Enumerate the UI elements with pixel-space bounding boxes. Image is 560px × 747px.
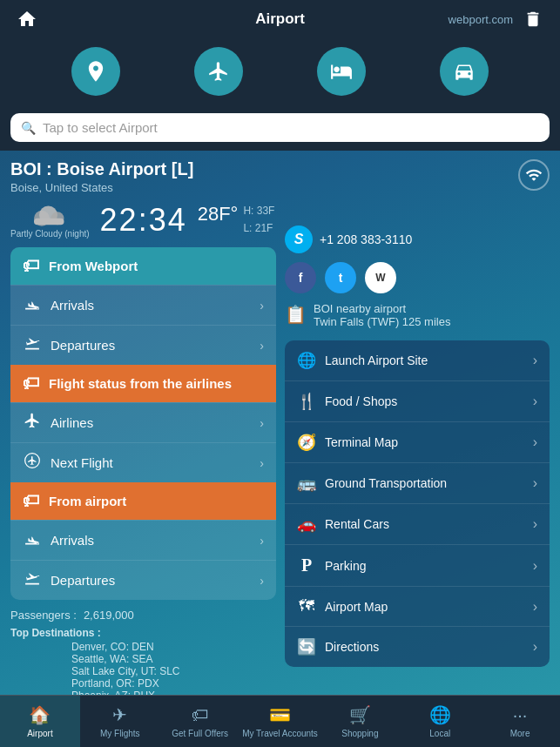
from-webport-departures[interactable]: Departures › — [10, 325, 276, 365]
airport-name: BOI : Boise Airport [L] — [10, 159, 276, 179]
chevron-icon: › — [260, 299, 264, 313]
offers-tab-icon: 🏷 — [192, 705, 209, 725]
food-shops[interactable]: 🍴 Food / Shops › — [285, 381, 550, 422]
nav-icons — [0, 38, 560, 106]
header-title: Airport — [255, 10, 305, 28]
next-flight-icon — [23, 452, 42, 474]
chevron-icon: › — [533, 639, 537, 655]
temp-hl: H: 33F L: 21F — [243, 203, 274, 236]
chevron-icon: › — [533, 599, 537, 615]
twitter-icon[interactable]: t — [325, 262, 356, 293]
from-airport-header[interactable]: 🏷 From airport — [10, 482, 276, 520]
home-icon[interactable] — [14, 6, 40, 32]
left-panel: BOI : Boise Airport [L] Boise, United St… — [10, 159, 276, 683]
terminal-map[interactable]: 🧭 Terminal Map › — [285, 422, 550, 463]
trash-icon[interactable] — [520, 6, 546, 32]
weather-label: Partly Cloudy (night) — [10, 229, 90, 239]
tab-more[interactable]: ··· More — [480, 696, 560, 747]
local-tab-icon: 🌐 — [429, 704, 451, 725]
chevron-icon: › — [533, 434, 537, 450]
nearby-row: 📋 BOI nearby airport Twin Falls (TWF) 12… — [285, 302, 550, 328]
food-icon: 🍴 — [297, 392, 316, 411]
nav-airport-icon[interactable] — [71, 47, 120, 96]
chevron-icon: › — [533, 394, 537, 409]
nav-transport-icon[interactable] — [440, 47, 489, 96]
from-webport-arrivals[interactable]: Arrivals › — [10, 285, 276, 325]
airlines-item[interactable]: Airlines › — [10, 402, 276, 442]
nav-flight-icon[interactable] — [194, 47, 243, 96]
bus-icon: 🚌 — [297, 474, 316, 493]
main-content: BOI : Boise Airport [L] Boise, United St… — [0, 151, 560, 692]
header: Airport webport.com — [0, 0, 560, 38]
facebook-icon[interactable]: f — [285, 262, 316, 293]
shopping-tab-icon: 🛒 — [349, 704, 371, 725]
airport-tab-icon: 🏠 — [29, 704, 51, 725]
from-airport-arrivals[interactable]: Arrivals › — [10, 520, 276, 560]
chevron-icon: › — [260, 339, 264, 353]
tab-shopping[interactable]: 🛒 Shopping — [320, 696, 400, 747]
departures2-icon — [23, 569, 42, 591]
rental-cars[interactable]: 🚗 Rental Cars › — [285, 504, 550, 545]
nearby-icon: 📋 — [285, 304, 307, 325]
from-webport-menu: 🏷 From Webport Arrivals › Departures — [10, 247, 276, 600]
search-icon: 🔍 — [21, 121, 36, 135]
search-input-wrapper[interactable]: 🔍 Tap to select Airport — [10, 113, 550, 142]
phone-row: S +1 208 383-3110 — [285, 225, 550, 253]
airport-location: Boise, United States — [10, 181, 276, 194]
time-display: 22:34 — [100, 202, 187, 239]
chevron-icon: › — [260, 456, 264, 470]
directions[interactable]: 🔄 Directions › — [285, 627, 550, 667]
globe-icon: 🌐 — [297, 351, 316, 370]
directions-icon: 🔄 — [297, 637, 316, 656]
svg-rect-3 — [34, 219, 64, 225]
weather-icon: Partly Cloudy (night) — [10, 201, 90, 239]
flights-tab-icon: ✈ — [112, 704, 127, 725]
map-icon: 🗺 — [297, 597, 316, 616]
arrivals2-icon — [23, 529, 42, 551]
wikipedia-icon[interactable]: W — [365, 262, 396, 293]
arrivals-icon — [23, 294, 42, 316]
airlines-icon — [23, 412, 42, 434]
flight-status-header[interactable]: 🏷 Flight status from the airlines — [10, 365, 276, 402]
tab-my-flights[interactable]: ✈ My Flights — [80, 696, 160, 747]
tab-local[interactable]: 🌐 Local — [400, 696, 480, 747]
nav-hotel-icon[interactable] — [317, 47, 366, 96]
social-row: f t W — [285, 262, 550, 293]
chevron-icon: › — [533, 558, 537, 574]
wifi-row — [285, 159, 550, 191]
temp-display: 28F° H: 33F L: 21F — [198, 203, 275, 236]
destination-item: Portland, OR: PDX — [10, 677, 276, 690]
next-flight-item[interactable]: Next Flight › — [10, 442, 276, 482]
destination-item: Salt Lake City, UT: SLC — [10, 665, 276, 677]
tab-bar: 🏠 Airport ✈ My Flights 🏷 Get Full Offers… — [0, 695, 560, 747]
tab-travel-accounts[interactable]: 💳 My Travel Accounts — [240, 696, 320, 747]
parking[interactable]: P Parking › — [285, 545, 550, 587]
chevron-icon: › — [533, 516, 537, 532]
airport-map[interactable]: 🗺 Airport Map › — [285, 587, 550, 627]
accounts-tab-icon: 💳 — [269, 704, 291, 725]
chevron-icon: › — [533, 353, 537, 368]
chevron-icon: › — [260, 534, 264, 548]
from-airport-departures[interactable]: Departures › — [10, 560, 276, 600]
chevron-icon: › — [260, 416, 264, 430]
skype-icon[interactable]: S — [285, 225, 313, 253]
departures-icon — [23, 334, 42, 356]
compass-icon: 🧭 — [297, 433, 316, 452]
tab-airport[interactable]: 🏠 Airport — [0, 696, 80, 747]
right-menu: 🌐 Launch Airport Site › 🍴 Food / Shops ›… — [285, 340, 550, 667]
destination-item: Seattle, WA: SEA — [10, 653, 276, 665]
right-top: S +1 208 383-3110 f t W 📋 BOI nearby air… — [285, 159, 550, 328]
destination-item: Denver, CO: DEN — [10, 641, 276, 653]
search-bar: 🔍 Tap to select Airport — [0, 106, 560, 151]
chevron-icon: › — [260, 574, 264, 588]
weather-row: Partly Cloudy (night) 22:34 28F° H: 33F … — [10, 201, 276, 239]
launch-airport-site[interactable]: 🌐 Launch Airport Site › — [285, 340, 550, 381]
car-icon: 🚗 — [297, 515, 316, 534]
header-right: webport.com — [449, 6, 546, 32]
parking-icon: P — [297, 555, 316, 575]
search-placeholder: Tap to select Airport — [43, 120, 158, 135]
tab-full-offers[interactable]: 🏷 Get Full Offers — [160, 696, 240, 747]
right-panel: S +1 208 383-3110 f t W 📋 BOI nearby air… — [285, 159, 550, 683]
from-webport-header[interactable]: 🏷 From Webport — [10, 247, 276, 285]
ground-transportation[interactable]: 🚌 Ground Transportation › — [285, 463, 550, 504]
